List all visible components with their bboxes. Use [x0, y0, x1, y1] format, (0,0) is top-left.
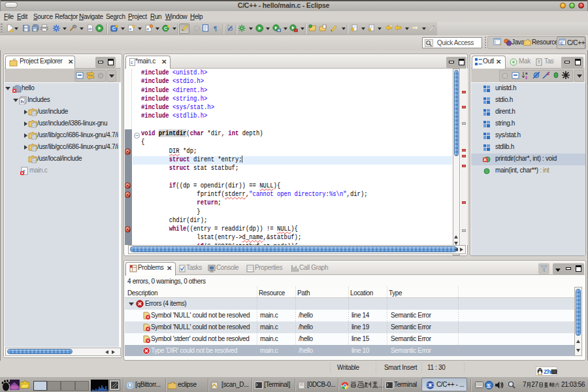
svg-text:ab: ab — [88, 27, 92, 31]
svg-text:s: s — [547, 71, 549, 76]
svg-text:C: C — [164, 25, 167, 30]
svg-text:h: h — [21, 99, 24, 105]
svg-text:z: z — [525, 75, 528, 80]
svg-text:五: 五 — [486, 384, 491, 388]
svg-text:C: C — [112, 26, 116, 31]
svg-text:¶: ¶ — [214, 25, 218, 32]
